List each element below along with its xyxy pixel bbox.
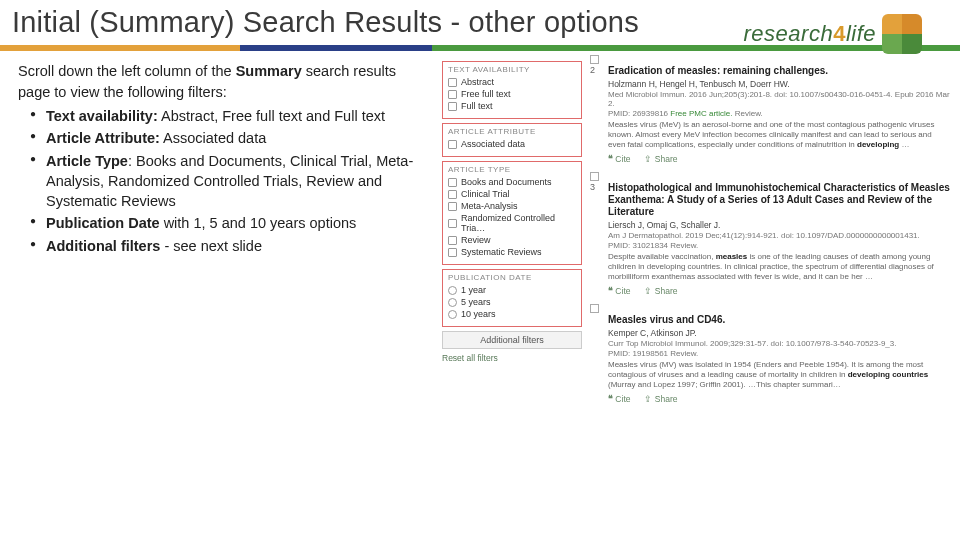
- brand-icon: [882, 14, 922, 54]
- bullet-item: Article Type: Books and Documents, Clini…: [30, 151, 430, 212]
- result-index: 3: [590, 182, 595, 192]
- result-meta: PMID: 31021834 Review.: [608, 241, 950, 250]
- filter-option[interactable]: Randomized Controlled Tria…: [448, 213, 576, 233]
- filter-option-label: Full text: [461, 101, 493, 111]
- result-title[interactable]: Eradication of measles: remaining challe…: [608, 65, 950, 77]
- cite-button[interactable]: ❝ Cite: [608, 154, 630, 164]
- result-authors: Holzmann H, Hengel H, Tenbusch M, Doerr …: [608, 79, 950, 89]
- result-meta: PMID: 26939816 Free PMC article. Review.: [608, 109, 950, 118]
- filter-option[interactable]: Free full text: [448, 89, 576, 99]
- result-meta: PMID: 19198561 Review.: [608, 349, 950, 358]
- additional-filters-button[interactable]: Additional filters: [442, 331, 582, 349]
- filter-group: ARTICLE TYPEBooks and DocumentsClinical …: [442, 161, 582, 265]
- radio-icon[interactable]: [448, 298, 457, 307]
- filter-group-head: ARTICLE TYPE: [448, 165, 576, 174]
- checkbox-icon[interactable]: [448, 78, 457, 87]
- share-button[interactable]: ⇪ Share: [644, 286, 677, 296]
- bullet-item: Additional filters - see next slide: [30, 236, 430, 256]
- filter-option[interactable]: Clinical Trial: [448, 189, 576, 199]
- result-authors: Kemper C, Atkinson JP.: [608, 328, 950, 338]
- result-title[interactable]: Measles virus and CD46.: [608, 314, 950, 326]
- result-actions: ❝ Cite⇪ Share: [608, 286, 950, 296]
- result-item: Measles virus and CD46.Kemper C, Atkinso…: [590, 314, 950, 404]
- checkbox-icon[interactable]: [448, 140, 457, 149]
- share-button[interactable]: ⇪ Share: [644, 394, 677, 404]
- checkbox-icon[interactable]: [448, 178, 457, 187]
- filter-option[interactable]: 1 year: [448, 285, 576, 295]
- filter-group: PUBLICATION DATE1 year5 years10 years: [442, 269, 582, 327]
- filter-option-label: Books and Documents: [461, 177, 552, 187]
- result-citation: Med Microbiol Immun. 2016 Jun;205(3):201…: [608, 90, 950, 108]
- results-list: 2Eradication of measles: remaining chall…: [590, 61, 950, 404]
- result-actions: ❝ Cite⇪ Share: [608, 394, 950, 404]
- brand-text-1: research: [744, 21, 834, 46]
- cite-button[interactable]: ❝ Cite: [608, 286, 630, 296]
- filter-group-head: PUBLICATION DATE: [448, 273, 576, 282]
- filter-option[interactable]: 5 years: [448, 297, 576, 307]
- filter-option-label: Free full text: [461, 89, 511, 99]
- filter-option-label: 10 years: [461, 309, 496, 319]
- share-button[interactable]: ⇪ Share: [644, 154, 677, 164]
- filter-option[interactable]: Associated data: [448, 139, 576, 149]
- cite-button[interactable]: ❝ Cite: [608, 394, 630, 404]
- filter-option-label: Systematic Reviews: [461, 247, 542, 257]
- filter-option[interactable]: 10 years: [448, 309, 576, 319]
- filter-option-label: 1 year: [461, 285, 486, 295]
- filter-group: ARTICLE ATTRIBUTEAssociated data: [442, 123, 582, 157]
- checkbox-icon[interactable]: [448, 236, 457, 245]
- intro-bold: Summary: [236, 63, 302, 79]
- filter-option[interactable]: Meta-Analysis: [448, 201, 576, 211]
- result-snippet: Measles virus (MeV) is an aerosol-borne …: [608, 120, 950, 150]
- filter-option[interactable]: Abstract: [448, 77, 576, 87]
- result-checkbox[interactable]: [590, 304, 599, 313]
- result-index: 2: [590, 65, 595, 75]
- result-citation: Curr Top Microbiol Immunol. 2009;329:31-…: [608, 339, 950, 348]
- result-item: 3Histopathological and Immunohistochemic…: [590, 182, 950, 296]
- result-citation: Am J Dermatopathol. 2019 Dec;41(12):914-…: [608, 231, 950, 240]
- checkbox-icon[interactable]: [448, 90, 457, 99]
- filter-panel: TEXT AVAILABILITYAbstractFree full textF…: [442, 61, 582, 404]
- checkbox-icon[interactable]: [448, 202, 457, 211]
- result-checkbox[interactable]: [590, 172, 599, 181]
- description-text: Scroll down the left column of the Summa…: [18, 61, 430, 404]
- filter-option-label: Review: [461, 235, 491, 245]
- result-authors: Liersch J, Omaj G, Schaller J.: [608, 220, 950, 230]
- filter-option[interactable]: Books and Documents: [448, 177, 576, 187]
- brand-text: research4life: [744, 21, 876, 47]
- filter-option-label: 5 years: [461, 297, 491, 307]
- bullet-item: Text availability: Abstract, Free full t…: [30, 106, 430, 126]
- filter-option-label: Associated data: [461, 139, 525, 149]
- filter-option[interactable]: Systematic Reviews: [448, 247, 576, 257]
- filter-option[interactable]: Full text: [448, 101, 576, 111]
- filter-option-label: Abstract: [461, 77, 494, 87]
- filter-option-label: Clinical Trial: [461, 189, 510, 199]
- result-item: 2Eradication of measles: remaining chall…: [590, 65, 950, 164]
- checkbox-icon[interactable]: [448, 102, 457, 111]
- filter-option-label: Randomized Controlled Tria…: [461, 213, 576, 233]
- result-checkbox[interactable]: [590, 55, 599, 64]
- filter-option[interactable]: Review: [448, 235, 576, 245]
- filter-group-head: TEXT AVAILABILITY: [448, 65, 576, 74]
- intro-pre: Scroll down the left column of the: [18, 63, 236, 79]
- result-title[interactable]: Histopathological and Immunohistochemica…: [608, 182, 950, 218]
- result-actions: ❝ Cite⇪ Share: [608, 154, 950, 164]
- checkbox-icon[interactable]: [448, 190, 457, 199]
- brand-text-2: 4: [833, 21, 846, 46]
- filter-group-head: ARTICLE ATTRIBUTE: [448, 127, 576, 136]
- radio-icon[interactable]: [448, 310, 457, 319]
- result-snippet: Despite available vaccination, measles i…: [608, 252, 950, 282]
- filter-option-label: Meta-Analysis: [461, 201, 518, 211]
- reset-filters-link[interactable]: Reset all filters: [442, 353, 582, 363]
- bullet-item: Article Attribute: Associated data: [30, 128, 430, 148]
- checkbox-icon[interactable]: [448, 219, 457, 228]
- brand-text-3: life: [846, 21, 876, 46]
- brand-logo: research4life: [744, 14, 922, 54]
- filter-group: TEXT AVAILABILITYAbstractFree full textF…: [442, 61, 582, 119]
- bullet-item: Publication Date with 1, 5 and 10 years …: [30, 213, 430, 233]
- radio-icon[interactable]: [448, 286, 457, 295]
- checkbox-icon[interactable]: [448, 248, 457, 257]
- result-snippet: Measles virus (MV) was isolated in 1954 …: [608, 360, 950, 390]
